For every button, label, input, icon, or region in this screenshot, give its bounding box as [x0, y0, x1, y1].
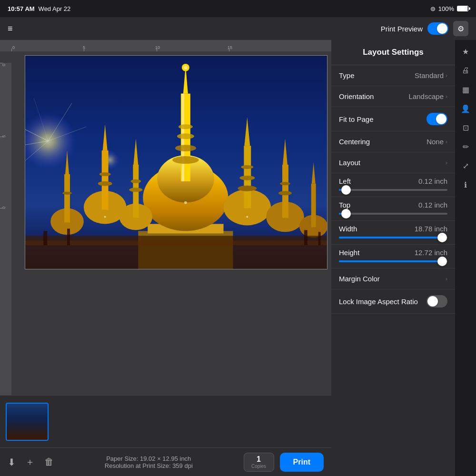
- layout-chevron: ›: [446, 159, 447, 166]
- width-slider-track[interactable]: [339, 237, 447, 238]
- resolution-value: 359 dpi: [172, 462, 193, 469]
- hamburger-menu-icon[interactable]: ≡: [8, 24, 13, 34]
- person-icon-btn[interactable]: 👤: [458, 101, 473, 116]
- status-date: Wed Apr 22: [39, 5, 71, 12]
- battery-percentage: 100%: [438, 5, 454, 12]
- toolbar: ≡ Print Preview ⚙: [0, 17, 476, 40]
- svg-point-34: [130, 179, 141, 183]
- bottom-tools: ⬇ ＋ 🗑: [8, 456, 54, 468]
- svg-point-30: [62, 192, 72, 195]
- expand-icon-btn[interactable]: ⤢: [458, 158, 473, 173]
- settings-panel: Layout Settings Type Standard › Orientat…: [331, 40, 455, 476]
- svg-point-39: [241, 165, 253, 169]
- svg-point-41: [238, 186, 257, 191]
- svg-point-58: [184, 201, 187, 204]
- type-chevron: ›: [446, 72, 447, 79]
- top-slider-row: Top 0.12 inch: [331, 197, 455, 221]
- settings-row-lock-ratio: Lock Image Aspect Ratio: [331, 289, 455, 314]
- settings-header: Layout Settings: [331, 40, 455, 65]
- centering-value: None ›: [426, 138, 447, 146]
- star-icon-btn[interactable]: ★: [458, 44, 473, 59]
- bottom-bar: ⬇ ＋ 🗑 Paper Size: 19.02 × 12.95 inch Res…: [0, 447, 331, 476]
- thumbnail-strip: [0, 395, 331, 447]
- svg-point-26: [98, 181, 112, 186]
- wifi-icon: ⊜: [430, 5, 436, 12]
- svg-point-21: [184, 66, 188, 69]
- height-slider-value: 12.72 inch: [415, 248, 447, 257]
- copies-label: Copies: [251, 464, 266, 469]
- margin-color-chevron: ›: [446, 276, 447, 282]
- fit-to-page-toggle[interactable]: [426, 113, 447, 125]
- print-preview-toggle[interactable]: [427, 22, 448, 35]
- type-value: Standard ›: [415, 71, 447, 79]
- svg-point-57: [246, 216, 248, 218]
- settings-row-fit-to-page: Fit to Page: [331, 107, 455, 131]
- width-slider-value: 18.78 inch: [415, 225, 447, 233]
- svg-point-19: [172, 156, 199, 164]
- svg-point-35: [129, 188, 142, 192]
- svg-rect-51: [25, 240, 327, 245]
- left-slider-value: 0.12 inch: [418, 177, 447, 185]
- fit-to-page-label: Fit to Page: [339, 115, 374, 123]
- thumbnail-image[interactable]: [6, 403, 49, 441]
- lock-ratio-toggle[interactable]: [426, 295, 447, 307]
- settings-row-type[interactable]: Type Standard ›: [331, 65, 455, 86]
- info-icon-btn[interactable]: ℹ: [458, 177, 473, 192]
- svg-rect-48: [311, 184, 316, 228]
- add-image-icon[interactable]: ＋: [25, 456, 35, 468]
- svg-point-46: [278, 191, 292, 195]
- print-controls: 1 Copies Print: [244, 453, 324, 472]
- print-preview-label: Print Preview: [381, 25, 423, 33]
- ruler-mark-10: 10: [155, 45, 160, 50]
- svg-rect-28: [64, 174, 70, 223]
- width-slider-label: Width: [339, 225, 357, 233]
- svg-rect-54: [304, 230, 307, 245]
- left-slider-label: Left: [339, 177, 351, 185]
- svg-rect-55: [318, 232, 321, 245]
- paper-size-label: Paper Size:: [106, 455, 138, 462]
- left-slider-track[interactable]: [339, 189, 447, 191]
- svg-rect-23: [102, 150, 109, 209]
- height-slider-track[interactable]: [339, 260, 447, 262]
- settings-row-margin-color[interactable]: Margin Color ›: [331, 268, 455, 289]
- svg-rect-53: [67, 228, 70, 245]
- settings-title: Layout Settings: [363, 48, 424, 57]
- svg-point-40: [239, 176, 255, 180]
- layout-label: Layout: [339, 159, 360, 167]
- print-canvas: [25, 55, 327, 269]
- print-button[interactable]: Print: [280, 453, 324, 472]
- svg-point-16: [178, 124, 193, 129]
- delete-icon[interactable]: 🗑: [44, 456, 54, 467]
- settings-row-layout[interactable]: Layout ›: [331, 152, 455, 173]
- settings-row-orientation[interactable]: Orientation Landscape ›: [331, 86, 455, 107]
- canvas-wrapper: [11, 51, 331, 395]
- centering-label: Centering: [339, 138, 370, 146]
- paper-size-value: 19.02 × 12.95 inch: [140, 455, 191, 462]
- svg-point-17: [177, 133, 194, 139]
- orientation-value: Landscape ›: [409, 92, 447, 100]
- gear-button[interactable]: ⚙: [453, 21, 468, 36]
- top-slider-track[interactable]: [339, 213, 447, 215]
- printer-icon-btn[interactable]: 🖨: [458, 63, 473, 78]
- orientation-chevron: ›: [446, 93, 447, 100]
- grid-icon-btn[interactable]: ▦: [458, 82, 473, 97]
- copies-button[interactable]: 1 Copies: [244, 453, 274, 472]
- paper-info: Paper Size: 19.02 × 12.95 inch Resolutio…: [54, 455, 244, 469]
- orientation-label: Orientation: [339, 92, 374, 100]
- ruler-mark-15: 15: [228, 45, 232, 50]
- top-slider-value: 0.12 inch: [418, 201, 447, 209]
- ruler-left: 0 5 0: [0, 63, 11, 395]
- import-icon[interactable]: ⬇: [8, 456, 16, 468]
- lock-ratio-label: Lock Image Aspect Ratio: [339, 298, 418, 306]
- pencil-icon-btn[interactable]: ✏: [458, 139, 473, 154]
- svg-rect-52: [43, 231, 47, 245]
- ruler-top: 0 5 10 15: [11, 40, 331, 51]
- crop-icon-btn[interactable]: ⊡: [458, 120, 473, 135]
- svg-point-25: [99, 172, 111, 176]
- ruler-left-mark-0: 0: [1, 64, 6, 66]
- left-slider-row: Left 0.12 inch: [331, 173, 455, 197]
- status-bar: 10:57 AM Wed Apr 22 ⊜ 100%: [0, 0, 476, 17]
- settings-row-centering[interactable]: Centering None ›: [331, 131, 455, 152]
- svg-point-18: [175, 145, 196, 151]
- top-slider-label: Top: [339, 201, 350, 209]
